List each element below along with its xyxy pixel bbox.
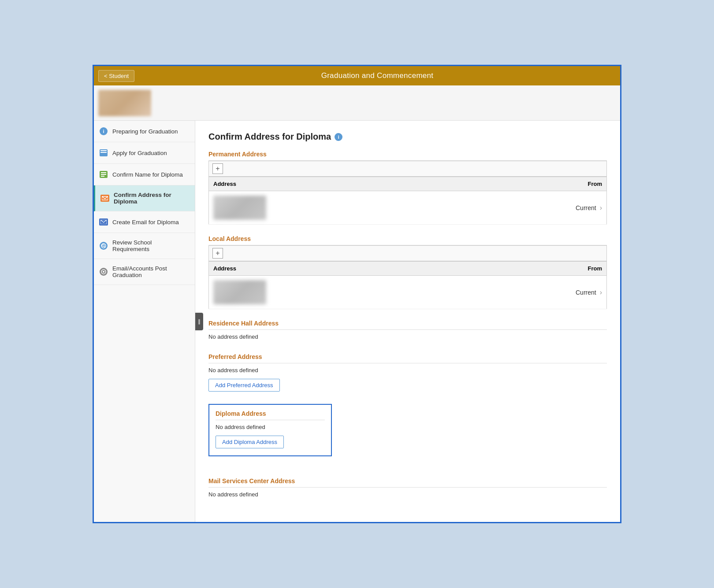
mail-services-title: Mail Services Center Address (208, 477, 607, 488)
residence-hall-title: Residence Hall Address (208, 320, 607, 330)
back-button[interactable]: < Student (98, 70, 134, 82)
app-frame: < Student Graduation and Commencement i … (93, 65, 621, 523)
mail-services-section: Mail Services Center Address No address … (208, 477, 607, 500)
header: < Student Graduation and Commencement (94, 66, 620, 85)
top-image (98, 90, 151, 116)
local-address-section: Local Address + Address From (208, 235, 607, 309)
address-icon (100, 194, 109, 203)
residence-hall-no-address: No address defined (208, 330, 607, 343)
collapse-icon: ∥ (198, 318, 201, 325)
local-address-blurred (213, 280, 266, 304)
local-address-cell (209, 276, 550, 309)
permanent-address-table: Address From Current › (208, 177, 607, 225)
svg-point-9 (103, 271, 104, 273)
diploma-highlight-box: Diploma Address No address defined Add D… (208, 404, 332, 456)
info-icon: i (99, 127, 108, 136)
email-icon (99, 218, 108, 226)
permanent-address-row[interactable]: Current › (209, 191, 607, 225)
permanent-address-cell (209, 191, 550, 225)
collapse-handle[interactable]: ∥ (195, 313, 203, 330)
top-image-area (94, 85, 620, 121)
diploma-address-section: Diploma Address No address defined Add D… (208, 404, 607, 467)
sidebar-item-label: Confirm Name for Diploma (112, 171, 183, 178)
local-col-address: Address (209, 262, 550, 276)
page-title: Confirm Address for Diploma (208, 132, 331, 142)
local-address-table: Address From Current › (208, 261, 607, 309)
permanent-add-row[interactable]: + (208, 161, 607, 177)
permanent-add-button[interactable]: + (212, 163, 223, 174)
header-title: Graduation and Commencement (134, 71, 620, 80)
sidebar-item-label: Create Email for Diploma (112, 219, 179, 226)
residence-hall-section: Residence Hall Address No address define… (208, 320, 607, 343)
preferred-no-address: No address defined (208, 363, 607, 376)
svg-line-7 (104, 246, 105, 248)
sidebar: i Preparing for Graduation Apply for Gra… (94, 121, 195, 522)
sidebar-item-apply[interactable]: Apply for Graduation (94, 142, 195, 164)
main-layout: i Preparing for Graduation Apply for Gra… (94, 121, 620, 522)
local-from-cell: Current › (550, 276, 607, 309)
local-add-button[interactable]: + (212, 248, 223, 259)
name-icon (99, 170, 108, 179)
local-add-row[interactable]: + (208, 245, 607, 261)
svg-point-6 (102, 244, 104, 247)
local-chevron-icon: › (600, 288, 602, 296)
diploma-no-address: No address defined (216, 420, 325, 433)
local-address-title: Local Address (208, 235, 607, 245)
sidebar-item-label: Email/Accounts Post Graduation (112, 265, 190, 278)
add-diploma-address-button[interactable]: Add Diploma Address (216, 436, 284, 448)
diploma-address-title: Diploma Address (216, 410, 325, 420)
permanent-address-section: Permanent Address + Address From (208, 151, 607, 225)
permanent-col-from: From (550, 177, 607, 191)
sidebar-item-label: Preparing for Graduation (112, 128, 178, 135)
review-icon (99, 241, 108, 250)
local-address-row[interactable]: Current › (209, 276, 607, 309)
sidebar-item-label: Apply for Graduation (112, 150, 167, 156)
sidebar-item-review[interactable]: Review School Requirements (94, 233, 195, 259)
permanent-address-blurred (213, 196, 266, 220)
sidebar-item-label: Review School Requirements (112, 239, 190, 252)
svg-rect-2 (101, 176, 104, 177)
sidebar-item-create-email[interactable]: Create Email for Diploma (94, 211, 195, 233)
main-content: Confirm Address for Diploma i Permanent … (195, 121, 620, 522)
sidebar-item-preparing[interactable]: i Preparing for Graduation (94, 121, 195, 142)
permanent-chevron-icon: › (600, 204, 602, 212)
page-info-icon[interactable]: i (335, 133, 342, 141)
permanent-from-cell: Current › (550, 191, 607, 225)
mail-services-no-address: No address defined (208, 488, 607, 500)
sidebar-item-confirm-address[interactable]: Confirm Address for Diploma (94, 185, 195, 211)
svg-rect-0 (101, 172, 106, 173)
permanent-col-address: Address (209, 177, 550, 191)
sidebar-item-email-post[interactable]: Email/Accounts Post Graduation (94, 259, 195, 285)
apply-icon (99, 148, 108, 157)
sidebar-item-confirm-name[interactable]: Confirm Name for Diploma (94, 164, 195, 185)
sidebar-item-label: Confirm Address for Diploma (114, 192, 190, 205)
permanent-address-title: Permanent Address (208, 151, 607, 161)
page-title-row: Confirm Address for Diploma i (208, 132, 607, 142)
preferred-address-section: Preferred Address No address defined Add… (208, 353, 607, 393)
preferred-address-title: Preferred Address (208, 353, 607, 363)
svg-rect-1 (101, 174, 106, 175)
post-icon (99, 267, 108, 276)
local-col-from: From (550, 262, 607, 276)
add-preferred-address-button[interactable]: Add Preferred Address (208, 379, 280, 392)
